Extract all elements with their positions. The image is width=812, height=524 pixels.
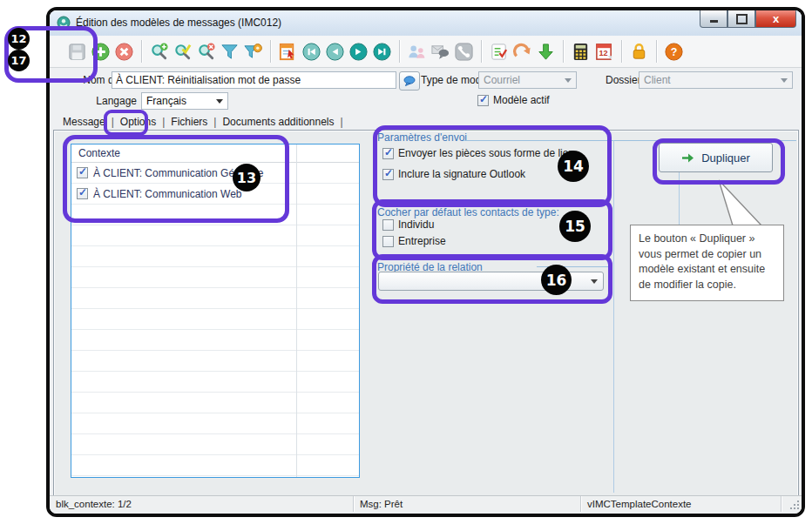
close-button[interactable]: x bbox=[755, 10, 796, 28]
dropdown-arrow-icon bbox=[781, 78, 788, 83]
modele-actif-checkbox-row[interactable]: Modèle actif bbox=[477, 94, 550, 106]
checkbox-label: Inclure la signature Outlook bbox=[398, 168, 525, 180]
redo-icon[interactable] bbox=[511, 41, 533, 63]
contexte-empty-row[interactable] bbox=[71, 267, 359, 288]
dropdown-arrow-icon bbox=[565, 78, 572, 83]
status-view-name: vIMCTemplateContexte bbox=[581, 496, 782, 512]
contexte-row[interactable]: À CLIENT: Communication Générale bbox=[71, 163, 359, 184]
checkbox-label: Individu bbox=[398, 218, 434, 231]
toolbar-separator bbox=[399, 40, 400, 63]
contexte-empty-row[interactable] bbox=[71, 246, 359, 267]
dupliquer-button[interactable]: Dupliquer bbox=[659, 143, 773, 172]
search-check-icon[interactable] bbox=[172, 41, 193, 63]
download-icon[interactable] bbox=[535, 41, 557, 63]
minimize-button[interactable] bbox=[700, 10, 727, 28]
app-icon bbox=[57, 16, 71, 30]
contexte-empty-row[interactable] bbox=[71, 434, 359, 455]
modele-actif-label: Modèle actif bbox=[493, 94, 550, 106]
filter-icon[interactable] bbox=[219, 41, 240, 63]
title-bar: Édition des modèles de messages (IMC012)… bbox=[50, 10, 802, 37]
group-rule bbox=[464, 140, 796, 141]
langage-select[interactable]: Français bbox=[141, 92, 228, 110]
badge-17: 17 bbox=[8, 50, 30, 71]
dropdown-arrow-icon bbox=[216, 99, 223, 104]
modele-actif-checkbox[interactable] bbox=[477, 95, 489, 106]
contexte-table[interactable]: Contexte À CLIENT: Communication Général… bbox=[71, 144, 360, 478]
contexte-row-checkbox[interactable] bbox=[77, 167, 88, 178]
contexte-empty-row[interactable] bbox=[71, 225, 359, 246]
lock-icon[interactable] bbox=[628, 41, 650, 63]
checkbox-row-entreprise[interactable]: Entreprise bbox=[382, 235, 446, 247]
nav-next-icon[interactable] bbox=[348, 41, 369, 63]
contacts-icon[interactable] bbox=[406, 41, 428, 63]
checkbox[interactable] bbox=[382, 169, 394, 180]
contexte-empty-row[interactable] bbox=[71, 330, 359, 351]
toolbar-separator bbox=[563, 40, 564, 63]
checkbox-label: Entreprise bbox=[398, 235, 446, 247]
type-de-modele-select[interactable]: Courriel bbox=[478, 71, 577, 89]
phone-icon[interactable] bbox=[453, 41, 475, 63]
callout-tooltip: Le bouton « Dupliquer » vous permet de c… bbox=[630, 225, 784, 301]
filter-config-icon[interactable] bbox=[242, 41, 264, 63]
badge-14: 14 bbox=[558, 151, 589, 182]
contexte-empty-row[interactable] bbox=[71, 309, 359, 330]
badge-15: 15 bbox=[559, 211, 591, 242]
dossier-label: Dossier bbox=[606, 74, 641, 86]
checkbox-row-envoyer-les-pi-ces-sous-forme-de-lien[interactable]: Envoyer les pièces sous forme de lien bbox=[382, 147, 574, 159]
save-icon[interactable] bbox=[66, 41, 88, 63]
content-area: Contexte À CLIENT: Communication Général… bbox=[53, 130, 799, 500]
contexte-empty-row[interactable] bbox=[71, 413, 359, 434]
contexte-empty-row[interactable] bbox=[71, 351, 359, 372]
callout-tail bbox=[707, 177, 772, 227]
checkbox[interactable] bbox=[382, 148, 394, 159]
svg-text:?: ? bbox=[671, 46, 678, 58]
toolbar-separator bbox=[270, 40, 271, 63]
tab-documents-additionnels[interactable]: Documents additionnels bbox=[216, 116, 340, 128]
calculator-icon[interactable] bbox=[570, 41, 592, 63]
langage-label: Langage bbox=[85, 95, 137, 107]
contexte-empty-row[interactable] bbox=[71, 372, 359, 393]
checkbox[interactable] bbox=[382, 236, 394, 247]
dropdown-arrow-icon bbox=[591, 279, 598, 284]
delete-icon[interactable] bbox=[113, 41, 135, 63]
contexte-empty-row[interactable] bbox=[71, 205, 359, 225]
nom-du-modele-input[interactable]: À CLIENT: Réinitialisation mot de passe bbox=[112, 71, 396, 89]
toolbar-separator bbox=[141, 40, 142, 63]
message-icon[interactable] bbox=[430, 41, 451, 63]
contexte-empty-row[interactable] bbox=[71, 393, 359, 413]
contexte-row-label: À CLIENT: Communication Web bbox=[93, 188, 242, 200]
maximize-button[interactable] bbox=[727, 10, 755, 28]
comment-bubble-button[interactable] bbox=[399, 71, 420, 91]
help-icon[interactable]: ? bbox=[663, 41, 685, 63]
resize-grip[interactable] bbox=[789, 500, 800, 510]
tab-options[interactable]: Options bbox=[114, 116, 162, 128]
green-arrow-icon bbox=[681, 152, 694, 164]
record-list-icon[interactable] bbox=[277, 41, 299, 63]
search-add-icon[interactable] bbox=[148, 41, 170, 63]
nav-first-icon[interactable] bbox=[301, 41, 322, 63]
status-message: Msg: Prêt bbox=[354, 496, 581, 512]
dossier-select[interactable]: Client bbox=[639, 71, 793, 89]
checkbox-row-inclure-la-signature-outlook[interactable]: Inclure la signature Outlook bbox=[382, 168, 525, 180]
contexte-row[interactable]: À CLIENT: Communication Web bbox=[71, 184, 359, 205]
search-remove-icon[interactable] bbox=[195, 41, 217, 63]
svg-text:12: 12 bbox=[599, 49, 607, 57]
nav-last-icon[interactable] bbox=[371, 41, 393, 63]
tab-fichiers[interactable]: Fichiers bbox=[165, 116, 213, 128]
tasks-icon[interactable] bbox=[488, 41, 510, 63]
nav-prev-icon[interactable] bbox=[324, 41, 346, 63]
contexte-table-body: À CLIENT: Communication GénéraleÀ CLIENT… bbox=[71, 163, 359, 476]
contexte-empty-row[interactable] bbox=[71, 455, 359, 476]
tab-message[interactable]: Message bbox=[57, 116, 112, 128]
badge-13: 13 bbox=[233, 164, 261, 191]
checkbox-row-individu[interactable]: Individu bbox=[382, 218, 434, 231]
contexte-row-checkbox[interactable] bbox=[77, 188, 88, 199]
checkbox[interactable] bbox=[382, 219, 394, 231]
panel-divider bbox=[613, 140, 614, 493]
add-icon[interactable] bbox=[90, 41, 112, 63]
speech-bubble-icon bbox=[403, 76, 416, 86]
contexte-empty-row[interactable] bbox=[71, 288, 359, 309]
contexte-column-header[interactable]: Contexte bbox=[71, 144, 359, 163]
image-frame: Édition des modèles de messages (IMC012)… bbox=[46, 7, 805, 517]
calendar-12-icon[interactable]: 12 bbox=[593, 41, 615, 63]
